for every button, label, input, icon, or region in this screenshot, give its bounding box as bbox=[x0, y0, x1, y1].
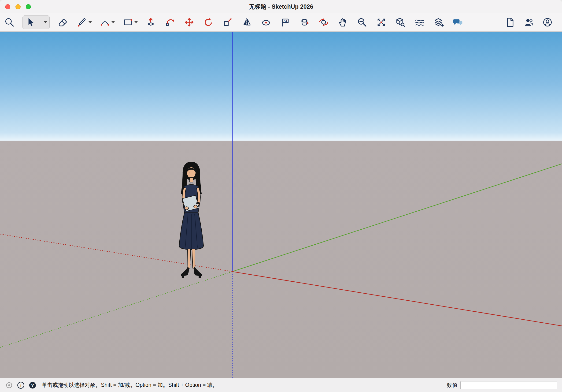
zoom-icon bbox=[357, 17, 367, 27]
scale-icon bbox=[222, 17, 233, 27]
soften-edges-tool-button[interactable] bbox=[413, 16, 426, 28]
dimension-text-tool-button[interactable]: A1 bbox=[279, 16, 291, 28]
rotate-tool-button[interactable] bbox=[202, 16, 214, 28]
eraser-icon bbox=[58, 17, 68, 27]
line-dropdown-caret[interactable] bbox=[89, 21, 92, 23]
zoom-tool-button[interactable] bbox=[356, 16, 368, 28]
dimension-text-icon: A1 bbox=[280, 17, 290, 27]
title-bar: 无标题 - SketchUp 2026 bbox=[0, 0, 562, 13]
offset-icon bbox=[261, 17, 271, 27]
status-message: 单击或拖动以选择对象。Shift = 加/减。Option = 加。Shift … bbox=[42, 381, 218, 389]
line-tool-button[interactable] bbox=[76, 16, 88, 28]
soften-edges-icon bbox=[414, 17, 425, 27]
status-icons: i ? bbox=[5, 381, 36, 389]
followme-tool-button[interactable] bbox=[164, 16, 176, 28]
arc-dropdown-caret[interactable] bbox=[111, 21, 115, 23]
search-icon bbox=[4, 17, 14, 27]
info-glyph: i bbox=[20, 383, 21, 388]
toolbar-right-group bbox=[504, 16, 554, 28]
rotate-icon bbox=[203, 17, 213, 27]
pan-tool-button[interactable] bbox=[337, 16, 349, 28]
measurement-box: 数值 bbox=[447, 381, 557, 389]
warehouse-cube-icon bbox=[395, 17, 406, 27]
help-glyph: ? bbox=[31, 383, 34, 388]
account-icon bbox=[542, 17, 553, 27]
offset-tool-button[interactable] bbox=[260, 16, 272, 28]
paint-tool-button[interactable] bbox=[298, 16, 311, 28]
window-title: 无标题 - SketchUp 2026 bbox=[249, 3, 313, 11]
arc-icon bbox=[100, 17, 110, 27]
chat-bubbles-icon bbox=[453, 17, 463, 27]
warehouse-tool-button[interactable] bbox=[394, 16, 407, 28]
select-tool-button[interactable] bbox=[23, 15, 50, 29]
rectangle-tool-button[interactable] bbox=[122, 16, 134, 28]
move-icon bbox=[184, 17, 194, 27]
select-tool[interactable] bbox=[24, 16, 36, 28]
rectangle-dropdown-caret[interactable] bbox=[134, 21, 138, 23]
chat-tool-button[interactable] bbox=[452, 16, 464, 28]
zoom-extents-icon bbox=[376, 17, 386, 27]
minimize-button[interactable] bbox=[15, 4, 21, 9]
scale-figure[interactable] bbox=[168, 161, 215, 278]
arc-tool-group bbox=[99, 16, 115, 28]
scale-tool-button[interactable] bbox=[222, 16, 234, 28]
flip-icon bbox=[242, 17, 252, 27]
rectangle-tool-group bbox=[122, 16, 138, 28]
rectangle-icon bbox=[123, 17, 133, 27]
pushpull-icon bbox=[146, 17, 156, 27]
flip-tool-button[interactable] bbox=[241, 16, 253, 28]
fullscreen-button[interactable] bbox=[26, 4, 31, 9]
measurement-label: 数值 bbox=[447, 381, 457, 389]
info-icon[interactable]: i bbox=[17, 381, 25, 389]
orbit-tool-button[interactable] bbox=[317, 16, 330, 28]
pencil-icon bbox=[77, 17, 87, 27]
status-bar: i ? 单击或拖动以选择对象。Shift = 加/减。Option = 加。Sh… bbox=[0, 378, 562, 392]
zoom-extents-tool-button[interactable] bbox=[375, 16, 387, 28]
people-icon bbox=[524, 17, 534, 27]
eraser-tool-button[interactable] bbox=[57, 16, 69, 28]
traffic-lights bbox=[5, 4, 31, 9]
help-icon[interactable]: ? bbox=[29, 381, 36, 389]
geolocation-icon[interactable] bbox=[5, 381, 13, 389]
select-dropdown-caret[interactable] bbox=[44, 21, 47, 23]
toolbar: A1 bbox=[0, 13, 562, 32]
orbit-icon bbox=[318, 17, 329, 27]
modeling-viewport[interactable] bbox=[0, 32, 562, 378]
paint-bucket-icon bbox=[299, 17, 310, 27]
drawing-axes bbox=[0, 32, 562, 378]
new-document-button[interactable] bbox=[504, 16, 516, 28]
layers-tool-button[interactable] bbox=[433, 16, 445, 28]
followme-icon bbox=[165, 17, 175, 27]
dimension-text-badge: A1 bbox=[284, 19, 287, 23]
account-button[interactable] bbox=[541, 16, 554, 28]
share-button[interactable] bbox=[523, 16, 535, 28]
pushpull-tool-button[interactable] bbox=[145, 16, 157, 28]
arc-tool-button[interactable] bbox=[99, 16, 111, 28]
line-tool-group bbox=[76, 16, 92, 28]
document-icon bbox=[505, 17, 515, 27]
pan-hand-icon bbox=[338, 17, 348, 27]
close-button[interactable] bbox=[5, 4, 10, 9]
layers-icon bbox=[434, 17, 444, 27]
search-tool-button[interactable] bbox=[3, 16, 15, 28]
measurement-input[interactable] bbox=[460, 381, 557, 389]
select-arrow-icon bbox=[25, 17, 35, 27]
sketchup-window: 无标题 - SketchUp 2026 bbox=[0, 0, 562, 392]
move-tool-button[interactable] bbox=[183, 16, 195, 28]
